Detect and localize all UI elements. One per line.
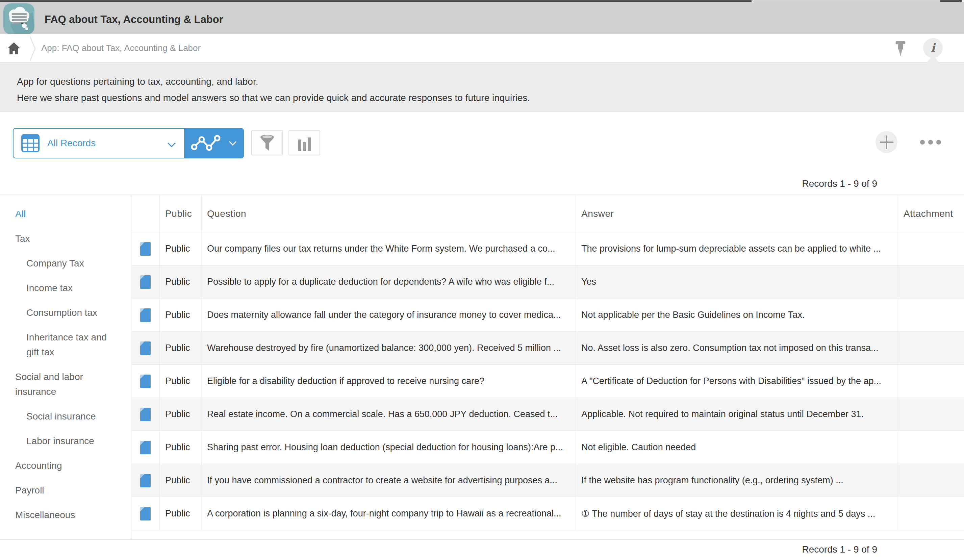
record-document-icon bbox=[140, 441, 151, 454]
cell-question: Warehouse destroyed by fire (unamortized… bbox=[202, 332, 576, 365]
record-document-icon bbox=[140, 342, 151, 355]
table-row[interactable]: Public If you have commissioned a contra… bbox=[131, 464, 964, 497]
table-view-icon bbox=[21, 134, 40, 153]
breadcrumb-separator-icon bbox=[29, 36, 36, 62]
ellipsis-icon bbox=[920, 140, 925, 145]
graph-view-button[interactable] bbox=[184, 129, 243, 158]
graph-icon bbox=[191, 133, 222, 153]
cell-public: Public bbox=[160, 365, 202, 398]
category-sidebar: All Tax Company Tax Income tax Consumpti… bbox=[0, 195, 131, 539]
page-title: FAQ about Tax, Accounting & Labor bbox=[45, 3, 223, 36]
view-selector-dropdown[interactable]: All Records bbox=[13, 129, 184, 158]
cell-attachment bbox=[898, 431, 964, 464]
chart-button[interactable] bbox=[288, 130, 320, 155]
table-row[interactable]: Public Our company files our tax returns… bbox=[131, 232, 964, 265]
records-count-top: Records 1 - 9 of 9 bbox=[802, 178, 877, 189]
breadcrumb-text: App: FAQ about Tax, Accounting & Labor bbox=[41, 34, 200, 62]
cell-attachment bbox=[898, 232, 964, 265]
sidebar-item-accounting[interactable]: Accounting bbox=[15, 458, 98, 473]
cell-question: Our company files our tax returns under … bbox=[202, 232, 576, 265]
cell-answer: If the website has program functionality… bbox=[576, 464, 898, 497]
record-link-cell[interactable] bbox=[131, 464, 160, 497]
view-selector-label: All Records bbox=[47, 138, 96, 149]
column-header-answer: Answer bbox=[576, 195, 898, 232]
record-link-cell[interactable] bbox=[131, 232, 160, 265]
cell-question: Does maternity allowance fall under the … bbox=[202, 299, 576, 332]
plus-icon bbox=[880, 135, 893, 149]
record-link-cell[interactable] bbox=[131, 265, 160, 299]
cell-public: Public bbox=[160, 497, 202, 530]
cell-answer: A "Certificate of Deduction for Persons … bbox=[576, 365, 898, 398]
cell-public: Public bbox=[160, 464, 202, 497]
sidebar-item-labor-insurance[interactable]: Labor insurance bbox=[26, 434, 122, 449]
cell-answer: Yes bbox=[576, 265, 898, 299]
record-link-cell[interactable] bbox=[131, 431, 160, 464]
cell-answer: Not applicable per the Basic Guidelines … bbox=[576, 299, 898, 332]
main-content: All Tax Company Tax Income tax Consumpti… bbox=[0, 195, 964, 539]
bar-chart-icon bbox=[297, 135, 312, 151]
column-header-public: Public bbox=[160, 195, 202, 232]
record-link-cell[interactable] bbox=[131, 299, 160, 332]
chevron-down-icon bbox=[229, 141, 237, 146]
record-document-icon bbox=[140, 507, 151, 521]
cell-attachment bbox=[898, 365, 964, 398]
app-header: FAQ about Tax, Accounting & Labor bbox=[0, 2, 964, 34]
cell-question: A corporation is planning a six-day, fou… bbox=[202, 497, 576, 530]
sidebar-item-consumption-tax[interactable]: Consumption tax bbox=[26, 305, 122, 320]
record-link-cell[interactable] bbox=[131, 365, 160, 398]
cell-answer: Applicable. Not required to maintain ori… bbox=[576, 398, 898, 431]
app-description-line1: App for questions pertaining to tax, acc… bbox=[17, 73, 964, 90]
cell-question: Sharing past error. Housing loan deducti… bbox=[202, 431, 576, 464]
sidebar-item-income-tax[interactable]: Income tax bbox=[26, 281, 122, 296]
cell-attachment bbox=[898, 299, 964, 332]
view-selector: All Records bbox=[13, 128, 244, 158]
column-header-question: Question bbox=[202, 195, 576, 232]
home-icon[interactable] bbox=[7, 41, 21, 55]
sidebar-item-tax[interactable]: Tax bbox=[15, 231, 98, 246]
sidebar-item-payroll[interactable]: Payroll bbox=[15, 483, 98, 498]
cell-question: If you have commissioned a contractor to… bbox=[202, 464, 576, 497]
more-options-button[interactable] bbox=[919, 136, 942, 148]
table-row[interactable]: Public Possible to apply for a duplicate… bbox=[131, 265, 964, 299]
sidebar-item-social-insurance[interactable]: Social insurance bbox=[26, 409, 122, 424]
table-row[interactable]: Public A corporation is planning a six-d… bbox=[131, 497, 964, 530]
toolbar: All Records bbox=[0, 112, 964, 195]
record-document-icon bbox=[140, 308, 151, 322]
record-link-cell[interactable] bbox=[131, 398, 160, 431]
record-table: Public Question Answer Attachment Public… bbox=[131, 195, 964, 539]
cell-answer: Not eligible. Caution needed bbox=[576, 431, 898, 464]
sidebar-item-miscellaneous[interactable]: Miscellaneous bbox=[15, 508, 98, 523]
sidebar-item-social-labor-insurance[interactable]: Social and labor insurance bbox=[15, 370, 98, 399]
sidebar-item-inheritance-gift-tax[interactable]: Inheritance tax and gift tax bbox=[26, 330, 122, 360]
record-link-cell[interactable] bbox=[131, 497, 160, 530]
record-link-cell[interactable] bbox=[131, 332, 160, 365]
sidebar-item-company-tax[interactable]: Company Tax bbox=[26, 256, 122, 271]
add-record-button[interactable] bbox=[876, 131, 897, 153]
cell-attachment bbox=[898, 398, 964, 431]
table-row[interactable]: Public Eligible for a disability deducti… bbox=[131, 365, 964, 398]
table-row[interactable]: Public Warehouse destroyed by fire (unam… bbox=[131, 332, 964, 365]
table-row[interactable]: Public Real estate income. On a commerci… bbox=[131, 398, 964, 431]
cell-answer: No. Asset loss is also zero. Consumption… bbox=[576, 332, 898, 365]
cell-attachment bbox=[898, 497, 964, 530]
filter-button[interactable] bbox=[251, 130, 283, 155]
speech-bubble-app-icon bbox=[3, 3, 34, 34]
app-description-line2: Here we share past questions and model a… bbox=[17, 90, 964, 106]
cell-attachment bbox=[898, 464, 964, 497]
cell-public: Public bbox=[160, 265, 202, 299]
pin-icon bbox=[892, 40, 909, 57]
cell-answer: ① The number of days of stay at the dest… bbox=[576, 497, 898, 530]
cell-attachment bbox=[898, 265, 964, 299]
cell-public: Public bbox=[160, 398, 202, 431]
table-row[interactable]: Public Does maternity allowance fall und… bbox=[131, 299, 964, 332]
info-callout-arrow bbox=[927, 55, 939, 63]
breadcrumb: App: FAQ about Tax, Accounting & Labor i bbox=[0, 34, 964, 63]
cell-question: Eligible for a disability deduction if a… bbox=[202, 365, 576, 398]
filter-funnel-icon bbox=[259, 134, 275, 151]
pin-button[interactable] bbox=[892, 40, 909, 57]
sidebar-item-all[interactable]: All bbox=[15, 207, 98, 221]
table-row[interactable]: Public Sharing past error. Housing loan … bbox=[131, 431, 964, 464]
table-scroll-gutter bbox=[131, 530, 964, 539]
app-description: App for questions pertaining to tax, acc… bbox=[0, 63, 964, 112]
cell-public: Public bbox=[160, 431, 202, 464]
